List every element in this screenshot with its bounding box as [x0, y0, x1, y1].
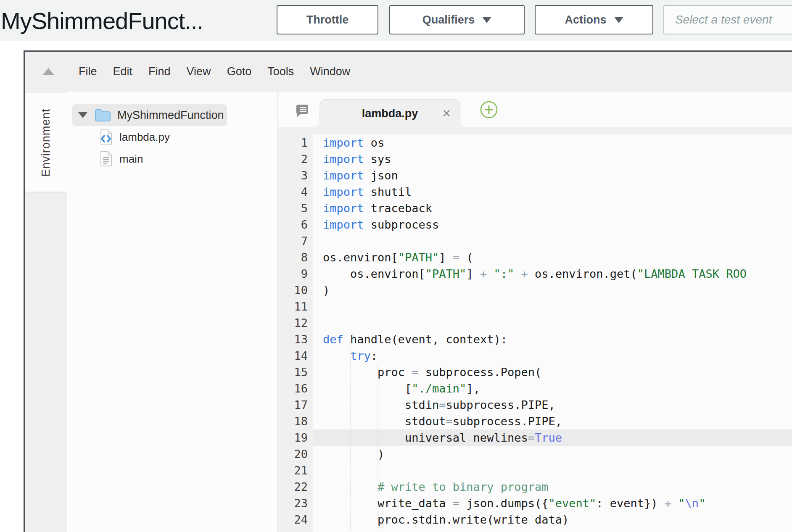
line-number: 11: [278, 298, 313, 315]
throttle-button-label: Throttle: [306, 13, 349, 26]
line-content: proc = subprocess.Popen(: [313, 364, 541, 380]
line-number: 23: [278, 495, 313, 511]
code-line-16: 16 ["./main"],: [278, 380, 792, 397]
line-content: try:: [313, 348, 378, 364]
line-number: 15: [278, 364, 313, 380]
line-number: 10: [278, 282, 313, 298]
code-line-2: 2import sys: [278, 151, 792, 167]
code-line-12: 12: [278, 315, 792, 331]
function-title: MyShimmedFunct...: [1, 7, 203, 34]
editor-menu-bar: FileEditFindViewGotoToolsWindow: [25, 52, 792, 92]
line-content: ["./main"],: [313, 380, 480, 397]
line-number: 22: [278, 479, 313, 495]
folder-expand-caret-icon[interactable]: [78, 112, 87, 118]
code-line-8: 8os.environ["PATH"] = (: [278, 249, 792, 266]
qualifiers-button-label: Qualifiers: [422, 13, 475, 26]
environment-tab[interactable]: Environment: [25, 93, 67, 192]
file-name: lambda.py: [119, 131, 170, 144]
left-tab-strip: Environment: [25, 92, 67, 532]
menu-item-find[interactable]: Find: [148, 65, 171, 78]
menu-item-tools[interactable]: Tools: [267, 65, 294, 78]
collapse-up-icon[interactable]: [42, 68, 54, 75]
environment-tab-label: Environment: [40, 108, 53, 177]
menu-bar-items: FileEditFindViewGotoToolsWindow: [79, 65, 350, 78]
tree-file-row-main[interactable]: main: [67, 148, 277, 170]
line-number: 14: [278, 348, 313, 364]
actions-button-label: Actions: [565, 13, 606, 26]
line-number: 1: [278, 134, 313, 151]
code-line-24: 24 proc.stdin.write(write_data): [278, 511, 792, 528]
line-number: 4: [278, 184, 313, 200]
code-line-13: 13def handle(event, context):: [278, 331, 792, 348]
code-line-22: 22 # write to binary program: [278, 479, 792, 495]
line-content: ): [313, 282, 330, 298]
chevron-down-icon: [614, 17, 623, 23]
line-content: # write to binary program: [313, 479, 548, 495]
test-event-placeholder: Select a test event: [675, 13, 772, 26]
chevron-down-icon: [482, 17, 491, 23]
code-line-9: 9 os.environ["PATH"] + ":" + os.environ.…: [278, 266, 792, 282]
test-event-select[interactable]: Select a test event: [663, 5, 792, 34]
line-number: 19: [278, 429, 313, 446]
line-number: 9: [278, 266, 313, 282]
code-line-5: 5import traceback: [278, 200, 792, 216]
text-file-icon: [99, 150, 113, 167]
folder-name: MyShimmedFunction: [117, 109, 224, 122]
tab-label: lambda.py: [362, 107, 418, 120]
line-content: os.environ["PATH"] + ":" + os.environ.ge…: [313, 266, 747, 282]
code-line-21: 21: [278, 462, 792, 479]
line-number: 5: [278, 200, 313, 216]
line-number: 17: [278, 397, 313, 413]
line-content: stdin=subprocess.PIPE,: [313, 397, 555, 413]
line-number: 13: [278, 331, 313, 348]
actions-button[interactable]: Actions: [535, 5, 653, 34]
indent-guide: [378, 364, 378, 531]
code-line-6: 6import subprocess: [278, 216, 792, 233]
code-line-10: 10): [278, 282, 792, 298]
line-content: ): [313, 446, 384, 462]
tree-folder-row[interactable]: MyShimmedFunction: [72, 104, 227, 126]
menu-item-goto[interactable]: Goto: [227, 65, 252, 78]
console-header-bar: MyShimmedFunct... Throttle Qualifiers Ac…: [0, 0, 792, 41]
code-line-4: 4import shutil: [278, 184, 792, 200]
tab-close-icon[interactable]: ✕: [442, 108, 451, 119]
code-line-20: 20 ): [278, 446, 792, 462]
code-line-11: 11: [278, 298, 792, 315]
tree-file-row-lambda-py[interactable]: lambda.py: [67, 126, 277, 148]
line-content: os.environ["PATH"] = (: [313, 249, 473, 266]
line-number: 24: [278, 511, 313, 528]
code-file-icon: [99, 129, 113, 145]
line-content: write_data = json.dumps({"event": event}…: [313, 495, 705, 511]
menu-item-edit[interactable]: Edit: [113, 65, 133, 78]
line-content: [313, 233, 323, 249]
open-files-list-icon[interactable]: [294, 103, 309, 119]
line-number: 20: [278, 446, 313, 462]
code-line-19: 19 universal_newlines=True: [278, 429, 792, 446]
line-content: [313, 298, 323, 315]
code-editor-area[interactable]: 1import os2import sys3import json4import…: [278, 134, 792, 532]
menu-item-window[interactable]: Window: [310, 65, 350, 78]
line-number: 2: [278, 151, 313, 167]
tree-file-list: lambda.pymain: [67, 126, 277, 170]
qualifiers-button[interactable]: Qualifiers: [389, 5, 525, 34]
code-line-18: 18 stdout=subprocess.PIPE,: [278, 413, 792, 429]
line-content: def handle(event, context):: [313, 331, 507, 348]
line-number: 21: [278, 462, 313, 479]
line-number: 3: [278, 167, 313, 184]
editor-tab-bar: lambda.py ✕: [278, 92, 792, 127]
folder-icon: [94, 108, 111, 122]
line-number: 16: [278, 380, 313, 397]
menu-item-file[interactable]: File: [79, 65, 97, 78]
code-line-15: 15 proc = subprocess.Popen(: [278, 364, 792, 380]
menu-item-view[interactable]: View: [187, 65, 211, 78]
code-line-7: 7: [278, 233, 792, 249]
tab-bar-bottom-band: [278, 127, 792, 134]
line-number: 8: [278, 249, 313, 266]
file-name: main: [119, 153, 143, 166]
code-panel: lambda.py ✕ 1import os2import sys3import…: [278, 92, 792, 532]
line-number: 18: [278, 413, 313, 429]
new-tab-plus-icon[interactable]: [479, 100, 499, 121]
throttle-button[interactable]: Throttle: [277, 5, 378, 34]
line-content: import traceback: [313, 200, 432, 216]
tab-lambda-py[interactable]: lambda.py ✕: [319, 99, 460, 127]
